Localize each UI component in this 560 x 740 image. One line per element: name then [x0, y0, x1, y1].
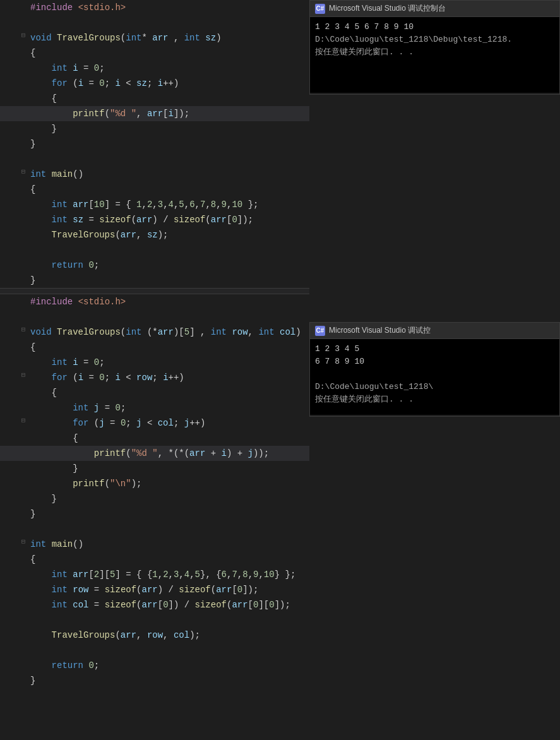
code-content: {	[28, 386, 309, 400]
code-content: for (i = 0; i < row; i++)	[28, 371, 309, 385]
console-output-line: 1 2 3 4 5	[315, 343, 554, 355]
console-icon-1: C#	[315, 4, 325, 14]
code-content: int i = 0;	[28, 355, 309, 369]
console-output-line: 6 7 8 9 10	[315, 355, 554, 368]
code-line: }	[0, 673, 309, 688]
code-content	[28, 522, 309, 536]
code-line: return 0;	[0, 658, 309, 673]
code-line: }	[0, 461, 309, 476]
code-content: }	[28, 273, 309, 287]
code-line: int col = sizeof(arr[0]) / sizeof(arr[0]…	[0, 597, 309, 612]
collapse-btn[interactable]: ⊟	[19, 537, 28, 546]
code-content	[28, 643, 309, 657]
console-window-1: C# Microsoft Visual Studio 调试控制台 1 2 3 4…	[309, 0, 560, 95]
code-separator	[0, 288, 309, 294]
code-line	[0, 242, 309, 258]
code-content: #include <stdio.h>	[28, 1, 309, 15]
collapse-btn[interactable]: ⊟	[19, 325, 28, 333]
code-line: int i = 0;	[0, 355, 309, 370]
collapse-btn[interactable]: ⊟	[19, 416, 28, 424]
code-content: }	[28, 137, 309, 151]
console-body-1: 1 2 3 4 5 6 7 8 9 10 D:\Code\luogu\test_…	[310, 17, 559, 93]
code-line: {	[0, 182, 309, 197]
code-content: int col = sizeof(arr[0]) / sizeof(arr[0]…	[28, 598, 309, 612]
main-layout: #include <stdio.h> ⊟ void TravelGroups(i…	[0, 0, 560, 740]
code-content: int i = 0;	[28, 61, 309, 75]
code-line: int sz = sizeof(arr) / sizeof(arr[0]);	[0, 212, 309, 227]
code-content: int main()	[28, 167, 309, 181]
console-output-line: 按任意键关闭此窗口. . .	[315, 393, 554, 406]
code-content: {	[28, 340, 309, 354]
code-content: }	[28, 492, 309, 506]
code-content: {	[28, 182, 309, 196]
code-content: printf("%d ", arr[i]);	[28, 107, 309, 121]
code-line	[0, 309, 309, 325]
code-line: {	[0, 45, 309, 61]
console-output-line: 1 2 3 4 5 6 7 8 9 10	[315, 21, 554, 33]
code-content: {	[28, 552, 309, 566]
code-line: return 0;	[0, 258, 309, 273]
code-line: for (i = 0; i < sz; i++)	[0, 76, 309, 91]
code-line: ⊟ int main()	[0, 537, 309, 552]
code-line: {	[0, 340, 309, 355]
code-content: {	[28, 431, 309, 445]
code-content: {	[28, 92, 309, 105]
console-title-1: Microsoft Visual Studio 调试控制台	[329, 3, 446, 14]
code-line: }	[0, 136, 309, 152]
code-line: #include <stdio.h>	[0, 294, 309, 309]
code-content: #include <stdio.h>	[28, 295, 309, 309]
code-content	[28, 243, 309, 257]
code-line: }	[0, 273, 309, 288]
console-titlebar-1: C# Microsoft Visual Studio 调试控制台	[310, 1, 559, 17]
code-content	[28, 16, 309, 30]
code-content: printf("%d ", *(*(arr + i) + j));	[28, 446, 309, 460]
code-content: }	[28, 122, 309, 136]
console-output-line: D:\Code\luogu\test_1218\	[315, 381, 554, 393]
code-line: }	[0, 506, 309, 522]
console-title-2: Microsoft Visual Studio 调试控	[329, 325, 431, 336]
code-line: }	[0, 121, 309, 136]
code-pane: #include <stdio.h> ⊟ void TravelGroups(i…	[0, 0, 309, 740]
code-content	[28, 613, 309, 627]
code-line: int arr[10] = { 1,2,3,4,5,6,7,8,9,10 };	[0, 197, 309, 212]
code-content: printf("\n");	[28, 477, 309, 491]
code-line: {	[0, 552, 309, 567]
collapse-btn[interactable]: ⊟	[19, 371, 28, 379]
code-line: TravelGroups(arr, sz);	[0, 227, 309, 242]
code-line: {	[0, 91, 309, 106]
console-area: C# Microsoft Visual Studio 调试控制台 1 2 3 4…	[309, 0, 560, 740]
code-content: int arr[10] = { 1,2,3,4,5,6,7,8,9,10 };	[28, 198, 309, 212]
code-line: int row = sizeof(arr) / sizeof(arr[0]);	[0, 582, 309, 597]
code-line: {	[0, 385, 309, 400]
code-content: for (i = 0; i < sz; i++)	[28, 76, 309, 90]
code-line: }	[0, 491, 309, 506]
code-line	[0, 15, 309, 30]
console-window-2: C# Microsoft Visual Studio 调试控 1 2 3 4 5…	[309, 322, 560, 417]
code-line: printf("\n");	[0, 476, 309, 491]
code-line: int j = 0;	[0, 400, 309, 415]
console-output-line: D:\Code\luogu\test_1218\Debug\test_1218.	[315, 33, 554, 46]
collapse-btn[interactable]: ⊟	[19, 167, 28, 176]
code-line: int arr[2][5] = { {1,2,3,4,5}, {6,7,8,9,…	[0, 567, 309, 582]
code-content	[28, 310, 309, 324]
code-content: void TravelGroups(int* arr , int sz)	[28, 31, 309, 45]
code-block-2: #include <stdio.h> ⊟ void TravelGroups(i…	[0, 294, 309, 688]
code-content	[28, 152, 309, 166]
code-line	[0, 643, 309, 658]
code-content: int arr[2][5] = { {1,2,3,4,5}, {6,7,8,9,…	[28, 568, 309, 582]
console-icon-2: C#	[315, 326, 325, 336]
code-line: #include <stdio.h>	[0, 0, 309, 15]
collapse-btn[interactable]: ⊟	[19, 31, 28, 39]
code-content: }	[28, 462, 309, 475]
code-content: }	[28, 674, 309, 688]
code-content: int row = sizeof(arr) / sizeof(arr[0]);	[28, 583, 309, 597]
code-line: ⊟ for (j = 0; j < col; j++)	[0, 415, 309, 431]
code-line: ⊟ void TravelGroups(int (*arr)[5] , int …	[0, 325, 309, 340]
code-line-highlighted: printf("%d ", arr[i]);	[0, 106, 309, 121]
code-line: TravelGroups(arr, row, col);	[0, 628, 309, 643]
console-body-2: 1 2 3 4 5 6 7 8 9 10 D:\Code\luogu\test_…	[310, 339, 559, 415]
code-content: return 0;	[28, 258, 309, 272]
code-line-highlighted: printf("%d ", *(*(arr + i) + j));	[0, 446, 309, 461]
code-content: {	[28, 46, 309, 60]
console-output-line	[315, 368, 554, 381]
